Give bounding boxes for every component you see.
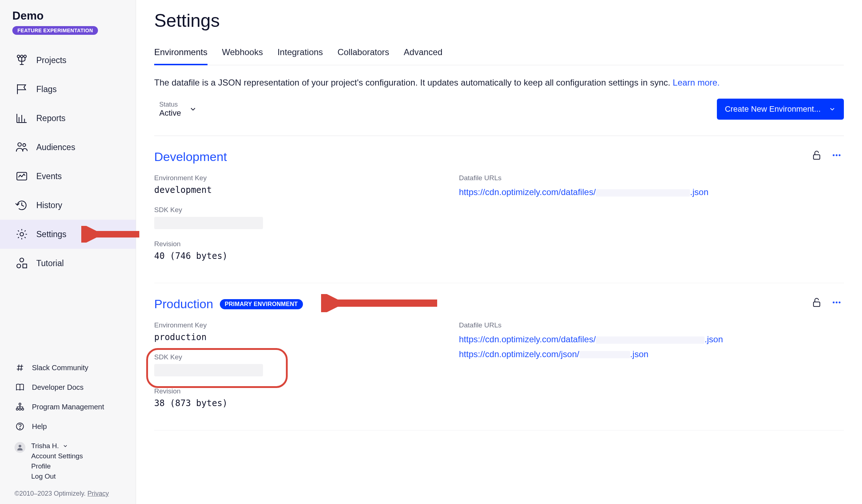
nav-tutorial-label: Tutorial <box>36 259 64 268</box>
tab-collaborators[interactable]: Collaborators <box>337 42 389 65</box>
footer-slack[interactable]: Slack Community <box>15 358 123 377</box>
create-environment-label: Create New Environment... <box>725 104 821 114</box>
nav-flags[interactable]: Flags <box>0 75 136 104</box>
intro-text: The datafile is a JSON representation of… <box>154 76 844 89</box>
env-prod-key: production <box>154 332 430 342</box>
main-nav: Projects Flags Reports <box>0 46 136 278</box>
filter-row: Status Active Create New Environment... <box>154 99 844 136</box>
field-label-revision: Revision <box>154 387 430 395</box>
tab-environments[interactable]: Environments <box>154 42 208 65</box>
footer-docs-label: Developer Docs <box>32 383 83 392</box>
user-logout[interactable]: Log Out <box>31 472 83 480</box>
brand-badge: FEATURE EXPERIMENTATION <box>12 26 98 35</box>
chevron-down-icon <box>189 105 197 113</box>
chevron-down-icon <box>829 106 836 113</box>
user-menu[interactable]: Trisha H. <box>31 442 83 450</box>
env-dev-datafile-url[interactable]: https://cdn.optimizely.com/datafiles/.js… <box>459 185 735 200</box>
svg-point-0 <box>17 55 20 58</box>
sidebar-footer: Slack Community Developer Docs Progra <box>0 358 136 504</box>
field-label-envkey: Environment Key <box>154 174 430 182</box>
reports-icon <box>15 111 29 125</box>
more-icon[interactable] <box>832 150 842 160</box>
brand-title: Demo <box>12 9 123 22</box>
nav-audiences[interactable]: Audiences <box>0 133 136 162</box>
nav-history[interactable]: History <box>0 191 136 220</box>
svg-point-26 <box>839 301 841 303</box>
page-title: Settings <box>154 10 844 31</box>
svg-point-9 <box>17 264 21 268</box>
svg-point-16 <box>20 428 20 429</box>
footer-program[interactable]: Program Management <box>15 397 123 417</box>
field-label-sdkkey: SDK Key <box>154 206 430 214</box>
nav-settings[interactable]: Settings <box>0 220 136 249</box>
sitemap-icon <box>15 401 25 412</box>
unlock-icon[interactable] <box>811 150 822 161</box>
env-dev-title[interactable]: Development <box>154 150 227 164</box>
status-label: Status <box>159 101 181 108</box>
env-prod-revision: 38 (873 bytes) <box>154 398 430 408</box>
nav-flags-label: Flags <box>36 84 57 94</box>
nav-history-label: History <box>36 201 62 210</box>
footer-help-label: Help <box>32 422 47 431</box>
env-prod-datafile-url-2[interactable]: https://cdn.optimizely.com/json/.json <box>459 347 735 362</box>
annotation-arrow-settings <box>81 226 143 243</box>
footer-help[interactable]: Help <box>15 417 123 436</box>
svg-point-19 <box>833 154 834 156</box>
learn-more-link[interactable]: Learn more. <box>673 78 719 87</box>
tab-integrations[interactable]: Integrations <box>278 42 323 65</box>
unlock-icon[interactable] <box>811 297 822 308</box>
more-icon[interactable] <box>832 297 842 307</box>
svg-rect-23 <box>813 302 820 307</box>
user-block: Trisha H. Account Settings Profile Log O… <box>15 442 123 480</box>
book-icon <box>15 382 25 393</box>
nav-projects[interactable]: Projects <box>0 46 136 75</box>
nav-events[interactable]: Events <box>0 162 136 191</box>
tutorial-icon <box>15 256 29 270</box>
nav-tutorial[interactable]: Tutorial <box>0 249 136 278</box>
svg-point-25 <box>836 301 837 303</box>
svg-point-24 <box>833 301 834 303</box>
footer-slack-label: Slack Community <box>32 364 89 372</box>
svg-point-20 <box>836 154 837 156</box>
svg-point-8 <box>20 258 24 262</box>
field-label-revision: Revision <box>154 240 430 248</box>
svg-point-11 <box>19 403 21 405</box>
redacted-segment <box>579 351 630 358</box>
footer-docs[interactable]: Developer Docs <box>15 377 123 397</box>
field-label-datafileurls: Datafile URLs <box>459 174 735 182</box>
nav-reports-label: Reports <box>36 113 66 123</box>
svg-point-13 <box>19 408 21 410</box>
tab-webhooks[interactable]: Webhooks <box>222 42 263 65</box>
env-prod-title[interactable]: Production <box>154 297 213 311</box>
svg-point-1 <box>21 55 23 58</box>
nav-audiences-label: Audiences <box>36 142 75 152</box>
svg-point-3 <box>18 143 21 146</box>
redacted-segment <box>596 189 690 197</box>
status-value: Active <box>159 108 181 118</box>
avatar-icon <box>15 442 25 453</box>
svg-rect-18 <box>813 155 820 160</box>
tabs: Environments Webhooks Integrations Colla… <box>154 42 844 65</box>
create-environment-button[interactable]: Create New Environment... <box>717 99 844 120</box>
env-prod-datafile-url-1[interactable]: https://cdn.optimizely.com/datafiles/.js… <box>459 332 735 347</box>
env-dev-sdk-key-redacted <box>154 217 263 229</box>
history-icon <box>15 198 29 212</box>
svg-point-2 <box>24 55 26 58</box>
svg-point-14 <box>22 408 24 410</box>
help-icon <box>15 421 25 432</box>
hash-icon <box>15 362 25 373</box>
svg-rect-10 <box>23 264 27 268</box>
chevron-down-icon <box>62 443 68 449</box>
user-profile[interactable]: Profile <box>31 462 83 470</box>
tab-advanced[interactable]: Advanced <box>404 42 443 65</box>
nav-reports[interactable]: Reports <box>0 104 136 133</box>
footer-program-label: Program Management <box>32 403 104 411</box>
svg-point-12 <box>16 408 18 410</box>
environment-development: Development Environment Key development <box>154 136 844 283</box>
privacy-link[interactable]: Privacy <box>87 490 109 497</box>
status-filter[interactable]: Status Active <box>154 101 197 118</box>
brand-block: Demo FEATURE EXPERIMENTATION <box>0 9 136 38</box>
user-name: Trisha H. <box>31 442 59 450</box>
environment-production: Production PRIMARY ENVIRONMENT <box>154 283 844 430</box>
user-account-settings[interactable]: Account Settings <box>31 452 83 460</box>
